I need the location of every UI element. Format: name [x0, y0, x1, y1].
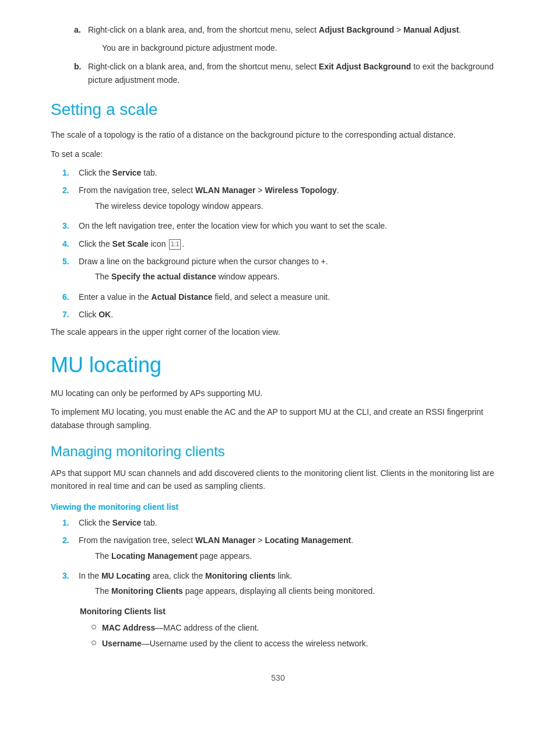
page-content: a. Right-click on a blank area, and, fro…	[0, 0, 556, 756]
scale-step-1-num: 1.	[62, 166, 79, 179]
view-step-2-note: The Locating Management page appears.	[95, 550, 505, 562]
scale-step-5: 5. Draw a line on the background picture…	[62, 255, 505, 286]
scale-step-4-num: 4.	[62, 237, 79, 250]
mu-locating-title: MU locating	[51, 353, 505, 377]
setting-scale-steps: 1. Click the Service tab. 2. From the na…	[62, 166, 505, 321]
setting-scale-body2: To set a scale:	[51, 148, 505, 160]
view-step-1: 1. Click the Service tab.	[62, 516, 505, 529]
step-a-note: You are in background picture adjustment…	[102, 42, 505, 54]
step-a: a. Right-click on a blank area, and, fro…	[74, 23, 505, 36]
list-item-username: Username—Username used by the client to …	[92, 637, 505, 650]
scale-step-5-content: Draw a line on the background picture wh…	[79, 255, 505, 286]
scale-step-6-content: Enter a value in the Actual Distance fie…	[79, 290, 505, 303]
page-number: 530	[271, 673, 284, 682]
managing-clients-body1: APs that support MU scan channels and ad…	[51, 467, 505, 493]
view-step-3-num: 3.	[62, 569, 79, 600]
scale-step-6: 6. Enter a value in the Actual Distance …	[62, 290, 505, 303]
step-b-content: Right-click on a blank area, and, from t…	[88, 60, 505, 86]
scale-step-2: 2. From the navigation tree, select WLAN…	[62, 184, 505, 215]
list-item-mac-text: MAC Address—MAC address of the client.	[102, 621, 505, 634]
viewing-client-list-title: Viewing the monitoring client list	[51, 502, 505, 512]
view-step-2-num: 2.	[62, 534, 79, 565]
step-a-label: a.	[74, 23, 86, 36]
scale-step-7: 7. Click OK.	[62, 308, 505, 321]
scale-step-1-content: Click the Service tab.	[79, 166, 505, 179]
step-a-text-mid: >	[394, 25, 403, 34]
setting-scale-title: Setting a scale	[51, 100, 505, 119]
view-step-3: 3. In the MU Locating area, click the Mo…	[62, 569, 505, 600]
bullet-icon-mac	[92, 625, 96, 629]
list-item-username-text: Username—Username used by the client to …	[102, 637, 505, 650]
mu-locating-body1: MU locating can only be performed by APs…	[51, 387, 505, 400]
scale-step-2-note: The wireless device topology window appe…	[95, 200, 505, 212]
scale-step-1: 1. Click the Service tab.	[62, 166, 505, 179]
page-footer: 530	[51, 673, 505, 682]
scale-step-3: 3. On the left navigation tree, enter th…	[62, 219, 505, 232]
view-step-1-num: 1.	[62, 516, 79, 529]
mu-locating-body2: To implement MU locating, you must enabl…	[51, 405, 505, 432]
bullet-icon-username	[92, 640, 96, 645]
scale-step-2-content: From the navigation tree, select WLAN Ma…	[79, 184, 505, 215]
scale-step-6-num: 6.	[62, 290, 79, 303]
step-b-text-before: Right-click on a blank area, and, from t…	[88, 62, 319, 71]
scale-step-7-content: Click OK.	[79, 308, 505, 321]
step-a-text-end: .	[459, 25, 461, 34]
set-scale-icon: 1:1	[169, 239, 181, 250]
monitoring-clients-list-title: Monitoring Clients list	[80, 607, 166, 616]
scale-step-3-content: On the left navigation tree, enter the l…	[79, 219, 505, 232]
scale-step-7-num: 7.	[62, 308, 79, 321]
managing-clients-title: Managing monitoring clients	[51, 443, 505, 460]
view-step-2-content: From the navigation tree, select WLAN Ma…	[79, 534, 505, 565]
step-b: b. Right-click on a blank area, and, fro…	[74, 60, 505, 86]
view-step-1-content: Click the Service tab.	[79, 516, 505, 529]
scale-step-4-content: Click the Set Scale icon 1:1.	[79, 237, 505, 250]
scale-step-4: 4. Click the Set Scale icon 1:1.	[62, 237, 505, 250]
step-a-bold2: Manual Adjust	[403, 25, 459, 34]
view-step-2: 2. From the navigation tree, select WLAN…	[62, 534, 505, 565]
setting-scale-body1: The scale of a topology is the ratio of …	[51, 128, 505, 141]
step-b-label: b.	[74, 60, 86, 86]
scale-step-5-note: The Specify the actual distance window a…	[95, 270, 505, 283]
viewing-client-steps: 1. Click the Service tab. 2. From the na…	[62, 516, 505, 600]
list-item-mac: MAC Address—MAC address of the client.	[92, 621, 505, 634]
monitoring-clients-list-block: Monitoring Clients list MAC Address—MAC …	[80, 605, 505, 650]
step-b-bold1: Exit Adjust Background	[319, 62, 411, 71]
step-a-content: Right-click on a blank area, and, from t…	[88, 23, 505, 36]
view-step-3-note: The Monitoring Clients page appears, dis…	[95, 584, 505, 597]
view-step-3-content: In the MU Locating area, click the Monit…	[79, 569, 505, 600]
monitoring-clients-list: MAC Address—MAC address of the client. U…	[92, 621, 505, 650]
scale-step-3-num: 3.	[62, 219, 79, 232]
setting-scale-footer: The scale appears in the upper right cor…	[51, 326, 505, 338]
scale-step-2-num: 2.	[62, 184, 79, 215]
scale-step-5-num: 5.	[62, 255, 79, 286]
step-a-text-before: Right-click on a blank area, and, from t…	[88, 25, 319, 34]
step-a-bold1: Adjust Background	[319, 25, 394, 34]
top-steps-block: a. Right-click on a blank area, and, fro…	[51, 23, 505, 86]
